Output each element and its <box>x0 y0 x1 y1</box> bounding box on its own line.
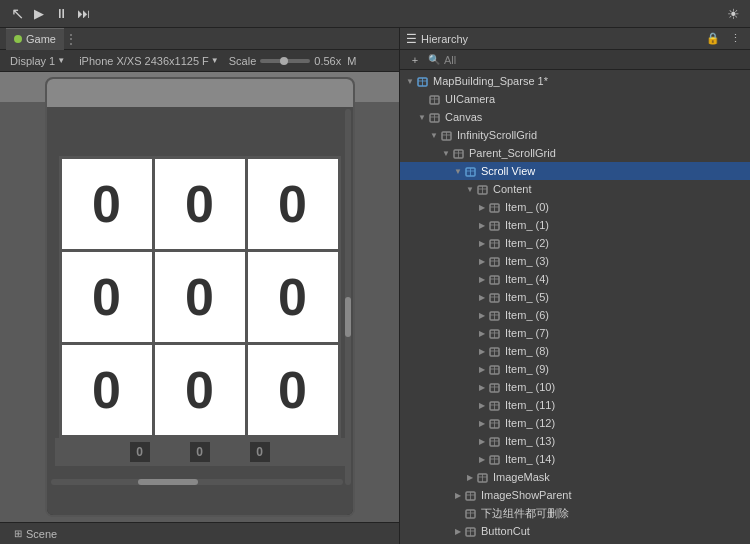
tree-item-item13[interactable]: ▶ Item_ (13) <box>400 432 750 450</box>
tree-icon-item0 <box>488 200 502 214</box>
tree-item-item3[interactable]: ▶ Item_ (3) <box>400 252 750 270</box>
vertical-scrollbar[interactable] <box>345 109 351 485</box>
game-tab-menu[interactable]: ⋮ <box>64 31 78 47</box>
tree-arrow-item6[interactable]: ▶ <box>476 306 488 324</box>
tree-item-buttoncut[interactable]: ▶ ButtonCut <box>400 522 750 540</box>
tree-label-item7: Item_ (7) <box>505 327 746 339</box>
bottom-cell-0: 0 <box>130 442 150 462</box>
tree-item-item2[interactable]: ▶ Item_ (2) <box>400 234 750 252</box>
tree-item-item4[interactable]: ▶ Item_ (4) <box>400 270 750 288</box>
scale-area: Scale 0.56x <box>229 55 341 67</box>
top-toolbar: ↖ ▶ ⏸ ⏭ ☀ <box>0 0 750 28</box>
horizontal-scrollbar[interactable] <box>51 479 343 485</box>
tree-label-item0: Item_ (0) <box>505 201 746 213</box>
resolution-label: iPhone X/XS 2436x1125 F <box>79 55 209 67</box>
display-dropdown[interactable]: Display 1 ▼ <box>6 54 69 68</box>
pause-button[interactable]: ⏸ <box>50 3 72 25</box>
cursor-tool-btn[interactable]: ↖ <box>6 3 28 25</box>
tree-arrow-infinityscrollgrid[interactable]: ▼ <box>428 126 440 144</box>
tree-item-item9[interactable]: ▶ Item_ (9) <box>400 360 750 378</box>
tree-icon-imagemask <box>476 470 490 484</box>
step-button[interactable]: ⏭ <box>72 3 94 25</box>
tree-arrow-content[interactable]: ▼ <box>464 180 476 198</box>
tree-arrow-buttoncut[interactable]: ▶ <box>452 522 464 540</box>
grid-cell-2: 0 <box>248 159 338 249</box>
tree-item-item11[interactable]: ▶ Item_ (11) <box>400 396 750 414</box>
game-tab[interactable]: Game <box>6 28 64 50</box>
tree-arrow-root[interactable]: ▼ <box>404 72 416 90</box>
hierarchy-tab-icon: ☰ <box>406 32 417 46</box>
tree-label-imageshowparent: ImageShowParent <box>481 489 746 501</box>
tree-label-buttoncut: ButtonCut <box>481 525 746 537</box>
tree-arrow-item13[interactable]: ▶ <box>476 432 488 450</box>
tree-label-item1: Item_ (1) <box>505 219 746 231</box>
tree-item-infinityscrollgrid[interactable]: ▼ InfinityScrollGrid <box>400 126 750 144</box>
hierarchy-lock-btn[interactable]: 🔒 <box>704 30 722 48</box>
tree-arrow-item8[interactable]: ▶ <box>476 342 488 360</box>
hierarchy-add-btn[interactable]: + <box>406 51 424 69</box>
play-button[interactable]: ▶ <box>28 3 50 25</box>
tree-arrow-item12[interactable]: ▶ <box>476 414 488 432</box>
tree-label-item11: Item_ (11) <box>505 399 746 411</box>
tree-arrow-item9[interactable]: ▶ <box>476 360 488 378</box>
tree-item-item12[interactable]: ▶ Item_ (12) <box>400 414 750 432</box>
tree-item-item8[interactable]: ▶ Item_ (8) <box>400 342 750 360</box>
tree-item-scrollview[interactable]: ▼ Scroll View <box>400 162 750 180</box>
tree-label-scrollview: Scroll View <box>481 165 746 177</box>
tree-item-canvas[interactable]: ▼ Canvas <box>400 108 750 126</box>
tree-item-item0[interactable]: ▶ Item_ (0) <box>400 198 750 216</box>
tree-arrow-scrollview[interactable]: ▼ <box>452 162 464 180</box>
tree-arrow-item7[interactable]: ▶ <box>476 324 488 342</box>
tree-item-content[interactable]: ▼ Content <box>400 180 750 198</box>
tree-icon-scrollview <box>464 164 478 178</box>
tree-item-buttonget[interactable]: ▶ ButtonGet <box>400 540 750 544</box>
grid-cell-3: 0 <box>62 252 152 342</box>
tree-item-parent_scrollgrid[interactable]: ▼ Parent_ScrollGrid <box>400 144 750 162</box>
hierarchy-content[interactable]: ▼ MapBuilding_Sparse 1* UICamera▼ Canvas… <box>400 70 750 544</box>
grid-cell-1: 0 <box>155 159 245 249</box>
game-viewport: 000000000 000 <box>0 72 399 522</box>
hierarchy-tab-bar: ☰ Hierarchy 🔒 ⋮ <box>400 28 750 50</box>
hierarchy-dots-btn[interactable]: ⋮ <box>726 30 744 48</box>
tree-label-item9: Item_ (9) <box>505 363 746 375</box>
game-panel: Game ⋮ Display 1 ▼ iPhone X/XS 2436x1125… <box>0 28 400 544</box>
grid-cell-7: 0 <box>155 345 245 435</box>
scale-slider[interactable] <box>260 59 310 63</box>
tree-arrow-canvas[interactable]: ▼ <box>416 108 428 126</box>
tree-arrow-item0[interactable]: ▶ <box>476 198 488 216</box>
tree-item-root[interactable]: ▼ MapBuilding_Sparse 1* <box>400 72 750 90</box>
tree-item-item7[interactable]: ▶ Item_ (7) <box>400 324 750 342</box>
tree-icon-parent_scrollgrid <box>452 146 466 160</box>
tree-arrow-item10[interactable]: ▶ <box>476 378 488 396</box>
tree-item-item5[interactable]: ▶ Item_ (5) <box>400 288 750 306</box>
tree-arrow-item5[interactable]: ▶ <box>476 288 488 306</box>
tree-icon-item5 <box>488 290 502 304</box>
tree-item-item1[interactable]: ▶ Item_ (1) <box>400 216 750 234</box>
tree-item-item14[interactable]: ▶ Item_ (14) <box>400 450 750 468</box>
tree-icon-item2 <box>488 236 502 250</box>
tree-arrow-parent_scrollgrid[interactable]: ▼ <box>440 144 452 162</box>
phone-frame: 000000000 000 <box>45 77 355 517</box>
tree-item-item10[interactable]: ▶ Item_ (10) <box>400 378 750 396</box>
scene-tab[interactable]: ⊞ Scene <box>6 523 65 545</box>
tree-item-item6[interactable]: ▶ Item_ (6) <box>400 306 750 324</box>
tree-item-uicamera[interactable]: UICamera <box>400 90 750 108</box>
tree-item-xiayianzujian[interactable]: 下边组件都可删除 <box>400 504 750 522</box>
tree-icon-item3 <box>488 254 502 268</box>
lighting-icon[interactable]: ☀ <box>722 3 744 25</box>
tree-item-imageshowparent[interactable]: ▶ ImageShowParent <box>400 486 750 504</box>
resolution-dropdown[interactable]: iPhone X/XS 2436x1125 F ▼ <box>75 54 223 68</box>
tree-label-item5: Item_ (5) <box>505 291 746 303</box>
tree-arrow-item3[interactable]: ▶ <box>476 252 488 270</box>
tree-arrow-imageshowparent[interactable]: ▶ <box>452 486 464 504</box>
tree-arrow-buttonget[interactable]: ▶ <box>452 540 464 544</box>
tree-label-imagemask: ImageMask <box>493 471 746 483</box>
tree-arrow-item1[interactable]: ▶ <box>476 216 488 234</box>
hierarchy-search-bar: + 🔍 All <box>400 50 750 70</box>
tree-arrow-imagemask[interactable]: ▶ <box>464 468 476 486</box>
tree-arrow-item2[interactable]: ▶ <box>476 234 488 252</box>
tree-item-imagemask[interactable]: ▶ ImageMask <box>400 468 750 486</box>
tree-arrow-item4[interactable]: ▶ <box>476 270 488 288</box>
tree-arrow-item14[interactable]: ▶ <box>476 450 488 468</box>
tree-arrow-item11[interactable]: ▶ <box>476 396 488 414</box>
